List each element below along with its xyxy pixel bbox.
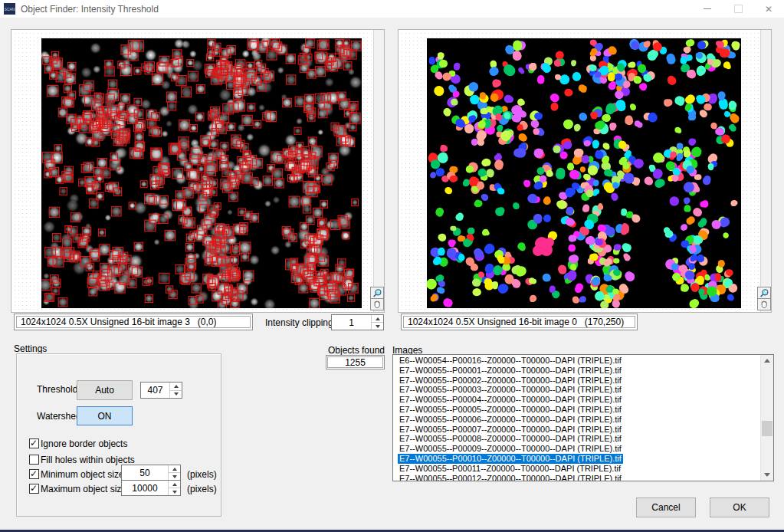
watershed-on-button[interactable]: ON — [77, 406, 133, 425]
segmented-image-status: 1024x1024 0.5X Unsigned 16-bit image 0 (… — [401, 314, 638, 330]
list-item[interactable]: E7--W00055--P00009--Z00000--T00000--DAPI… — [393, 444, 760, 454]
maximum-object-size-label: Maximum object size — [41, 484, 126, 494]
segmented-image-panel — [398, 29, 772, 313]
segmented-image-status-text: 1024x1024 0.5X Unsigned 16-bit image 0 (… — [403, 316, 635, 328]
app-icon: SCAN — [4, 3, 15, 15]
spin-down-button[interactable] — [170, 391, 182, 399]
scrollbar-thumb[interactable] — [762, 421, 773, 436]
minimum-object-size-unit: (pixels) — [187, 469, 217, 480]
source-image-canvas[interactable] — [41, 38, 362, 308]
up-arrow-icon — [174, 385, 179, 388]
objects-found-box: 1255 — [326, 355, 385, 369]
scroll-up-button[interactable] — [761, 355, 773, 366]
up-arrow-icon — [172, 483, 177, 486]
maximum-object-size-unit: (pixels) — [187, 484, 217, 494]
source-panel-scroll-strip[interactable] — [373, 30, 384, 312]
source-image-panel — [11, 29, 385, 313]
down-arrow-icon — [764, 473, 770, 477]
objects-found-label: Objects found — [328, 345, 385, 356]
magnifier-icon — [759, 288, 769, 298]
list-item-selected[interactable]: E7--W00055--P00010--Z00000--T00000--DAPI… — [393, 454, 760, 464]
magnifier-icon — [372, 288, 382, 298]
zoom-tool-button[interactable] — [370, 287, 384, 299]
window-title: Object Finder: Intensity Threshold — [21, 4, 159, 15]
list-item[interactable]: E7--W00055--P00005--Z00000--T00000--DAPI… — [393, 405, 760, 415]
threshold-auto-button[interactable]: Auto — [77, 380, 133, 400]
hand-icon — [759, 300, 769, 309]
down-arrow-icon — [172, 491, 177, 494]
settings-group-label: Settings — [14, 343, 47, 354]
spin-up-button[interactable] — [170, 383, 182, 391]
intensity-clipping-label: Intensity clipping — [265, 317, 333, 328]
list-item[interactable]: E7--W00055--P00003--Z00000--T00000--DAPI… — [393, 385, 760, 395]
spin-down-button[interactable] — [169, 473, 180, 480]
up-arrow-icon — [172, 468, 177, 471]
ignore-border-objects-label: Ignore border objects — [41, 438, 127, 449]
spin-up-button[interactable] — [169, 465, 180, 473]
threshold-label: Threshold — [37, 384, 77, 395]
list-item[interactable]: E7--W00055--P00008--Z00000--T00000--DAPI… — [393, 434, 760, 444]
down-arrow-icon — [172, 475, 177, 478]
ok-button[interactable]: OK — [710, 498, 769, 517]
list-item[interactable]: E7--W00055--P00001--Z00000--T00000--DAPI… — [393, 366, 760, 376]
maximize-button[interactable] — [723, 0, 753, 18]
intensity-clipping-value[interactable]: 1 — [332, 315, 371, 330]
minimize-button[interactable] — [692, 0, 723, 18]
list-item[interactable]: E6--W00054--P00016--Z00000--T00000--DAPI… — [393, 356, 760, 366]
spin-up-button[interactable] — [169, 481, 180, 488]
maximum-object-size-spinner: 10000 — [121, 480, 181, 496]
list-item[interactable]: E7--W00055--P00007--Z00000--T00000--DAPI… — [393, 425, 760, 435]
list-item[interactable]: E7--W00055--P00011--Z00000--T00000--DAPI… — [393, 464, 760, 474]
minimize-icon — [704, 8, 711, 9]
spin-down-button[interactable] — [169, 488, 180, 495]
list-item[interactable]: E7--W00055--P00002--Z00000--T00000--DAPI… — [393, 376, 760, 386]
spin-down-button[interactable] — [372, 323, 383, 330]
threshold-value[interactable]: 407 — [141, 383, 169, 398]
up-arrow-icon — [764, 359, 770, 363]
threshold-spinner: 407 — [140, 382, 182, 399]
minimum-object-size-label: Minimum object size — [41, 469, 124, 480]
maximum-object-size-checkbox[interactable] — [29, 484, 39, 494]
segmented-panel-scroll-strip[interactable] — [760, 30, 771, 312]
objects-found-value: 1255 — [327, 356, 383, 368]
scroll-down-button[interactable] — [761, 469, 773, 481]
hand-icon — [372, 300, 382, 309]
up-arrow-icon — [376, 317, 380, 320]
cancel-button[interactable]: Cancel — [636, 498, 696, 517]
down-arrow-icon — [376, 325, 380, 328]
spin-up-button[interactable] — [372, 315, 383, 323]
minimum-object-size-spinner: 50 — [121, 465, 181, 481]
fill-holes-checkbox[interactable] — [29, 455, 39, 465]
source-image-status: 1024x1024 0.5X Unsigned 16-bit image 3 (… — [14, 314, 253, 330]
source-image-status-text: 1024x1024 0.5X Unsigned 16-bit image 3 (… — [16, 316, 251, 328]
minimum-object-size-value[interactable]: 50 — [122, 465, 168, 480]
list-scrollbar[interactable] — [760, 355, 773, 481]
object-finder-dialog: SCAN Object Finder: Intensity Threshold … — [0, 0, 784, 532]
maximum-object-size-value[interactable]: 10000 — [122, 481, 168, 495]
pan-tool-button[interactable] — [757, 298, 771, 310]
minimum-object-size-checkbox[interactable] — [29, 469, 39, 479]
down-arrow-icon — [174, 392, 179, 396]
images-listbox: E6--W00054--P00016--Z00000--T00000--DAPI… — [392, 354, 774, 481]
fill-holes-label: Fill holes within objects — [41, 455, 135, 465]
ignore-border-objects-checkbox[interactable] — [29, 438, 39, 448]
list-item[interactable]: E7--W00055--P00012--Z00000--T00000--DAPI… — [393, 474, 760, 481]
watershed-label: Watershed — [37, 411, 81, 422]
pan-tool-button[interactable] — [370, 298, 384, 310]
intensity-clipping-spinner: 1 — [331, 314, 384, 330]
close-icon: ✕ — [765, 5, 773, 14]
list-item[interactable]: E7--W00055--P00004--Z00000--T00000--DAPI… — [393, 395, 760, 405]
close-button[interactable]: ✕ — [753, 0, 784, 18]
title-bar: SCAN Object Finder: Intensity Threshold … — [0, 0, 784, 18]
segmented-image-canvas[interactable] — [427, 38, 741, 308]
list-item[interactable]: E7--W00055--P00006--Z00000--T00000--DAPI… — [393, 415, 760, 425]
zoom-tool-button[interactable] — [757, 287, 771, 299]
maximize-icon — [734, 5, 743, 13]
settings-group-box: Threshold Auto 407 Watershed ON Ignore b… — [16, 353, 221, 517]
